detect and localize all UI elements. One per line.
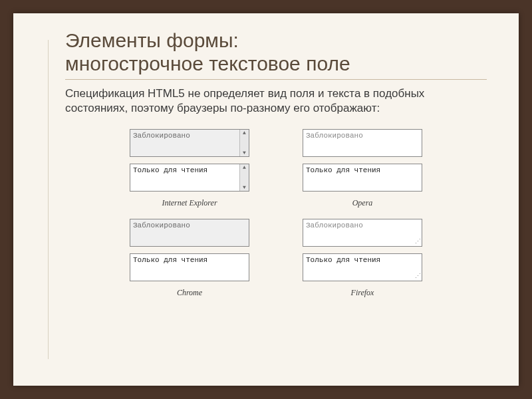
caption-opera: Opera (352, 198, 373, 208)
scroll-up-icon: ▲ (243, 164, 246, 171)
textarea-text: Только для чтения (133, 166, 239, 189)
caption-chrome: Chrome (177, 288, 202, 298)
slide: Элементы формы: многострочное текстовое … (13, 13, 519, 386)
firefox-readonly-textarea: Только для чтения ⋰ (303, 253, 422, 281)
resize-handle-icon: ⋰ (414, 239, 421, 245)
caption-ie: Internet Explorer (162, 198, 217, 208)
examples-grid: Заблокировано ▲ ▼ Только для чтения ▲ ▼ … (116, 129, 436, 298)
scrollbar: ▲ ▼ (239, 130, 249, 156)
textarea-text: Только для чтения (306, 256, 380, 264)
chrome-disabled-textarea: Заблокировано (130, 219, 249, 247)
title-line-2: многострочное текстовое поле (65, 53, 350, 74)
resize-handle-icon: ⋰ (414, 273, 421, 280)
scroll-down-icon: ▼ (243, 150, 246, 156)
col-opera: Заблокировано Только для чтения Opera (289, 129, 436, 208)
opera-disabled-textarea: Заблокировано (303, 129, 422, 157)
slide-title: Элементы формы: многострочное текстовое … (65, 29, 487, 80)
scroll-up-icon: ▲ (243, 130, 246, 136)
textarea-text: Заблокировано (133, 221, 190, 229)
col-firefox: Заблокировано ⋰ Только для чтения ⋰ Fire… (289, 219, 436, 298)
textarea-text: Заблокировано (306, 221, 363, 229)
caption-firefox: Firefox (351, 288, 374, 298)
textarea-text: Только для чтения (306, 166, 380, 174)
scrollbar: ▲ ▼ (239, 164, 249, 191)
textarea-text: Только для чтения (133, 256, 207, 264)
textarea-text: Заблокировано (306, 132, 363, 140)
opera-readonly-textarea: Только для чтения (303, 164, 422, 192)
textarea-text: Заблокировано (133, 132, 239, 154)
col-chrome: Заблокировано Только для чтения Chrome (116, 219, 263, 298)
firefox-disabled-textarea: Заблокировано ⋰ (303, 219, 422, 247)
ie-disabled-textarea: Заблокировано ▲ ▼ (130, 129, 249, 157)
col-ie: Заблокировано ▲ ▼ Только для чтения ▲ ▼ … (116, 129, 263, 208)
scroll-down-icon: ▼ (243, 184, 246, 191)
slide-body-text: Спецификация HTML5 не определяет вид пол… (65, 86, 487, 116)
chrome-readonly-textarea: Только для чтения (130, 253, 249, 281)
ie-readonly-textarea: Только для чтения ▲ ▼ (130, 164, 249, 192)
title-line-1: Элементы формы: (65, 29, 239, 51)
